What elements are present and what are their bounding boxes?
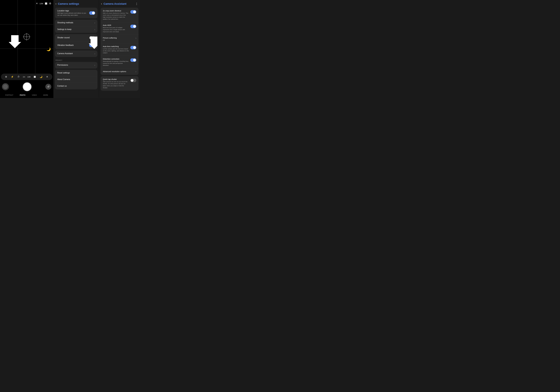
shooting-methods-chevron: › (94, 21, 95, 24)
distortion-toggle[interactable] (130, 58, 136, 62)
shutter-button[interactable] (23, 82, 32, 91)
permissions-title: Permissions (57, 64, 93, 66)
auto-hdr-toggle[interactable] (130, 25, 136, 28)
crop-zoom-desc: Add a 2x zoom shortcut to Camera. This z… (103, 12, 129, 20)
settings-scroll-area[interactable]: Location tags Add tags to your pictures … (53, 8, 99, 98)
auto-hdr-desc: Blend the best parts of multiple exposur… (103, 27, 129, 33)
location-tags-card: Location tags Add tags to your pictures … (55, 8, 97, 18)
auto-lens-desc: Let the camera pick the best lens based … (103, 48, 129, 54)
privacy-card: Permissions › (55, 62, 97, 69)
settings-icon[interactable]: ⚙ (49, 2, 51, 5)
viewfinder[interactable]: ✕ 12M ⬜ ⚙ 🌙 (0, 0, 53, 74)
camera-toolbar: ⚙ ⚡ ⏱ 3:4 12M ⬜ 🌙 ✕ (1, 74, 52, 80)
shooting-methods-item[interactable]: Shooting methods › (55, 20, 97, 26)
permissions-chevron: › (94, 64, 95, 67)
camera-assistant-card: Camera Assistant › (55, 50, 97, 57)
advanced-resolution-title: Advanced resolution options (103, 70, 134, 72)
crosshair-circle (24, 34, 30, 40)
camera-viewfinder-panel: ✕ 12M ⬜ ⚙ 🌙 ⚙ ⚡ ⏱ 3:4 12M ⬜ 🌙 ✕ (0, 0, 53, 98)
vibration-feedback-title: Vibration feedback (57, 44, 88, 46)
reset-settings-item[interactable]: Reset settings (55, 70, 97, 76)
assistant-header: ‹ Camera Assistant ⋮ (99, 0, 140, 8)
settings-toolbar-icon[interactable]: ⚙ (4, 75, 8, 79)
about-camera-item[interactable]: About Camera (55, 76, 97, 83)
photo-mode-tab[interactable]: PHOTO (20, 94, 25, 96)
megapixel-label[interactable]: 12M (27, 76, 30, 78)
about-camera-title: About Camera (57, 78, 94, 80)
settings-title: Camera settings (58, 2, 79, 5)
video-mode-tab[interactable]: VIDEO (32, 94, 37, 96)
night-toolbar-icon[interactable]: 🌙 (39, 75, 43, 79)
auto-lens-toggle[interactable] (130, 46, 136, 49)
camera-bottom-controls: ↺ (0, 81, 53, 93)
camera-assistant-panel: ‹ Camera Assistant ⋮ 2x crop zoom shortc… (99, 0, 140, 98)
assistant-scroll-area[interactable]: 2x crop zoom shortcut Add a 2x zoom shor… (99, 8, 140, 98)
distortion-item[interactable]: Distortion correction Automatically fix … (100, 56, 139, 68)
camera-mode-tabs: PORTRAIT PHOTO VIDEO MORE (0, 93, 53, 98)
auto-hdr-title: Auto HDR (103, 24, 129, 26)
close-toolbar-icon[interactable]: ✕ (45, 75, 49, 79)
portrait-mode-tab[interactable]: PORTRAIT (5, 94, 13, 96)
privacy-section-label: Privacy (55, 58, 97, 62)
camera-settings-panel: ‹ Camera settings Location tags Add tags… (53, 0, 99, 98)
crosshair (23, 33, 30, 40)
flash-toolbar-icon[interactable]: ⚡ (10, 75, 14, 79)
resolution-badge: 12M (40, 2, 43, 5)
night-mode-icon[interactable]: 🌙 (46, 47, 51, 51)
permissions-item[interactable]: Permissions › (55, 62, 97, 69)
picture-softening-title: Picture softening (103, 37, 134, 39)
photo-mode-icon[interactable]: ⬜ (45, 2, 47, 5)
svg-marker-0 (9, 35, 21, 48)
vibration-feedback-item[interactable]: Vibration feedback (55, 42, 97, 49)
assistant-more-button[interactable]: ⋮ (135, 2, 138, 5)
location-tags-item[interactable]: Location tags Add tags to your pictures … (55, 8, 97, 18)
distortion-title: Distortion correction (103, 58, 129, 60)
assistant-title: Camera Assistant (103, 2, 126, 5)
settings-back-button[interactable]: ‹ (56, 2, 56, 5)
advanced-resolution-item[interactable]: Advanced resolution options › (100, 68, 139, 75)
quick-tap-title: Quick tap shutter (103, 78, 129, 80)
auto-lens-title: Auto lens switching (103, 45, 129, 48)
gallery-thumbnail[interactable] (2, 83, 9, 90)
picture-softening-value: Off (103, 39, 134, 41)
auto-lens-item[interactable]: Auto lens switching Let the camera pick … (100, 43, 139, 56)
camera-top-bar: ✕ 12M ⬜ ⚙ (36, 2, 51, 5)
flash-off-icon[interactable]: ✕ (36, 2, 38, 5)
flip-camera-button[interactable]: ↺ (45, 84, 51, 90)
quick-tap-item[interactable]: Quick tap shutter Take pictures as soon … (100, 76, 139, 90)
assistant-back-button[interactable]: ‹ (101, 2, 102, 5)
quick-tap-card: Quick tap shutter Take pictures as soon … (100, 76, 139, 90)
crop-zoom-item[interactable]: 2x crop zoom shortcut Add a 2x zoom shor… (100, 8, 139, 22)
contact-us-item[interactable]: Contact us (55, 83, 97, 89)
shooting-settings-card: Shooting methods › Settings to keep › (55, 20, 97, 33)
camera-assistant-item[interactable]: Camera Assistant › (55, 50, 97, 57)
timer-toolbar-icon[interactable]: ⏱ (17, 75, 20, 79)
vibration-feedback-toggle[interactable] (89, 44, 95, 47)
more-mode-tab[interactable]: MORE (43, 94, 48, 96)
settings-header: ‹ Camera settings (53, 0, 99, 8)
distortion-desc: Automatically fix bowing or bending line… (103, 60, 129, 66)
ratio-label[interactable]: 3:4 (23, 76, 25, 78)
quick-tap-toggle[interactable] (130, 79, 136, 82)
location-tags-toggle[interactable] (89, 11, 95, 15)
shutter-sound-toggle[interactable] (89, 36, 95, 40)
crop-zoom-title: 2x crop zoom shortcut (103, 10, 129, 12)
shutter-sound-title: Shutter sound (57, 37, 88, 39)
crop-zoom-toggle[interactable] (130, 10, 136, 14)
settings-to-keep-title: Settings to keep (57, 28, 93, 30)
camera-assistant-title: Camera Assistant (57, 52, 93, 55)
advanced-resolution-chevron: › (136, 70, 136, 73)
shooting-methods-title: Shooting methods (57, 21, 93, 24)
photo-mode-toolbar-icon[interactable]: ⬜ (33, 75, 37, 79)
auto-hdr-item[interactable]: Auto HDR Blend the best parts of multipl… (100, 22, 139, 35)
picture-softening-chevron: › (136, 37, 136, 40)
bottom-card: Reset settings About Camera Contact us (55, 70, 97, 89)
assistant-main-card: 2x crop zoom shortcut Add a 2x zoom shor… (100, 8, 139, 75)
settings-to-keep-item[interactable]: Settings to keep › (55, 26, 97, 33)
picture-softening-item[interactable]: Picture softening Off › (100, 35, 139, 43)
location-tags-title: Location tags (57, 10, 88, 12)
shutter-sound-item[interactable]: Shutter sound (55, 34, 97, 42)
camera-assistant-chevron: › (94, 52, 95, 55)
settings-to-keep-chevron: › (94, 28, 95, 31)
location-tags-desc: Add tags to your pictures and videos so … (57, 12, 88, 16)
